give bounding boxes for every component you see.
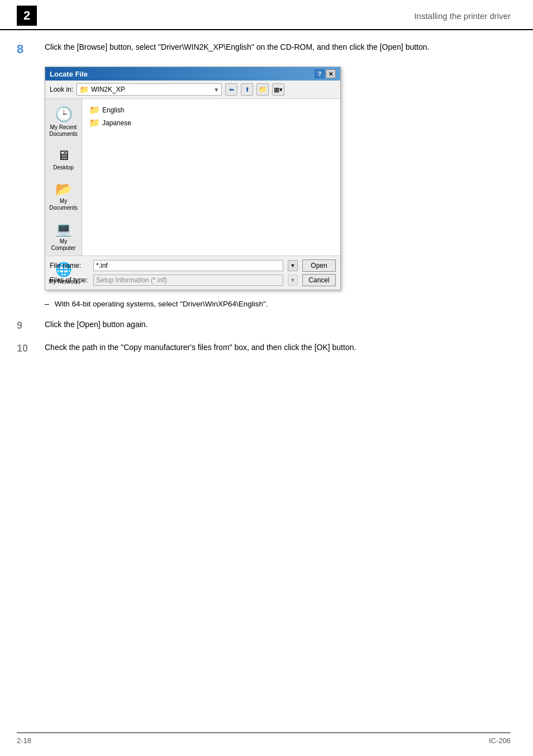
filetype-input[interactable] [93,275,283,286]
dialog-title: Locate File [50,70,88,78]
views-button[interactable]: ▦▾ [272,83,284,96]
back-icon: ⬅ [229,86,234,93]
desktop-icon: 🖥 [57,148,70,163]
cancel-button[interactable]: Cancel [302,274,336,286]
dialog-wrapper: Locate File ? ✕ Look in: 📁 WIN2K_XP ▼ ⬅ [45,67,511,290]
my-computer-icon: 💻 [55,221,72,237]
step-9-text: Click the [Open] button again. [45,319,511,330]
file-item-english[interactable]: 📁 English [87,103,336,116]
my-computer-label: My Computer [49,238,79,252]
folder-icon: 📁 [79,85,89,94]
dialog-toolbar: Look in: 📁 WIN2K_XP ▼ ⬅ ⬆ 📁 ▦▾ [45,81,340,99]
filetype-dropdown-arrow[interactable]: ▼ [288,275,298,286]
dropdown-arrow-icon: ▼ [213,87,219,93]
back-button[interactable]: ⬅ [225,83,237,96]
note-text: With 64-bit operating systems, select "D… [55,299,268,310]
dialog-footer: File name: ▼ Open Files of type: ▼ Cance… [45,256,340,290]
new-folder-icon: 📁 [259,86,267,93]
filename-input[interactable] [93,260,283,271]
step-10-number: 10 [17,342,45,355]
footer-page-right: IC-206 [489,736,511,745]
nav-my-computer[interactable]: 💻 My Computer [47,219,80,254]
page-footer: 2-18 IC-206 [17,733,511,745]
open-button[interactable]: Open [302,259,336,272]
english-folder-icon: 📁 [89,105,100,115]
nav-recent-documents[interactable]: 🕒 My Recent Documents [47,103,80,140]
look-in-label: Look in: [50,86,73,93]
views-icon: ▦▾ [274,86,283,93]
page-title: Installing the printer driver [414,11,511,21]
new-folder-button[interactable]: 📁 [256,83,269,96]
current-folder: WIN2K_XP [91,86,125,93]
step-9-number: 9 [17,319,45,332]
main-content: 8 Click the [Browse] button, select "Dri… [0,41,533,355]
footer-page-left: 2-18 [17,736,31,745]
page-header: 2 Installing the printer driver [0,0,533,30]
step-8-number: 8 [17,41,45,56]
recent-docs-label: My Recent Documents [49,124,79,138]
nav-desktop[interactable]: 🖥 Desktop [47,145,80,173]
filetype-label: Files of type: [50,276,89,284]
step-8-text: Click the [Browse] button, select "Drive… [45,41,511,53]
english-folder-label: English [102,106,124,114]
step-10: 10 Check the path in the "Copy manufactu… [17,342,511,355]
japanese-folder-label: Japanese [102,119,131,127]
my-documents-label: My Documents [49,198,79,211]
filename-dropdown-arrow[interactable]: ▼ [288,260,298,271]
dialog-body: 🕒 My Recent Documents 🖥 Desktop 📂 My Doc… [45,99,340,256]
note-dash: – [45,299,49,308]
locate-file-dialog[interactable]: Locate File ? ✕ Look in: 📁 WIN2K_XP ▼ ⬅ [45,67,341,290]
file-item-japanese[interactable]: 📁 Japanese [87,116,336,129]
recent-docs-icon: 🕒 [55,106,73,123]
japanese-folder-icon: 📁 [89,117,100,128]
up-button[interactable]: ⬆ [241,83,253,96]
filetype-row: Files of type: ▼ Cancel [50,274,336,286]
file-area: 📁 English 📁 Japanese [82,99,340,256]
step-9: 9 Click the [Open] button again. [17,319,511,332]
my-documents-icon: 📂 [55,181,72,197]
titlebar-buttons: ? ✕ [315,69,336,78]
step-10-text: Check the path in the "Copy manufacturer… [45,342,511,353]
dialog-titlebar: Locate File ? ✕ [45,67,340,81]
sidebar-nav: 🕒 My Recent Documents 🖥 Desktop 📂 My Doc… [45,99,82,256]
page-number: 2 [17,6,37,26]
close-button[interactable]: ✕ [326,69,336,78]
filename-row: File name: ▼ Open [50,259,336,272]
note-line: – With 64-bit operating systems, select … [45,299,511,310]
filename-label: File name: [50,262,89,270]
desktop-label: Desktop [53,164,74,171]
step-8: 8 Click the [Browse] button, select "Dri… [17,41,511,56]
up-icon: ⬆ [245,86,250,93]
help-button[interactable]: ? [315,69,325,78]
nav-my-documents[interactable]: 📂 My Documents [47,179,80,214]
look-in-dropdown[interactable]: 📁 WIN2K_XP ▼ [77,83,222,96]
